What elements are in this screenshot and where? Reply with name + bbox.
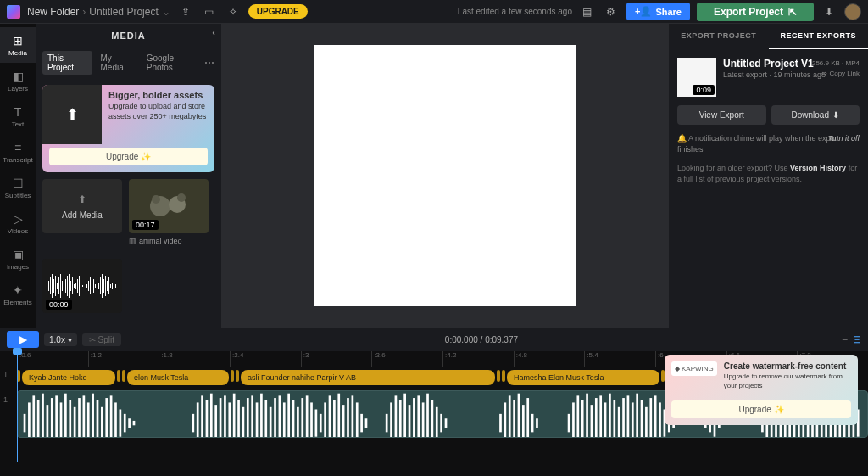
- svg-rect-29: [92, 276, 92, 296]
- media-item[interactable]: 00:17 ▥animal video: [129, 179, 209, 245]
- svg-rect-4: [47, 284, 47, 288]
- svg-rect-73: [214, 405, 217, 438]
- more-icon[interactable]: ⋯: [204, 57, 214, 69]
- clip-handle[interactable]: [122, 370, 125, 382]
- app-logo[interactable]: [7, 5, 20, 19]
- clip-handle[interactable]: [497, 370, 500, 382]
- upload-icon[interactable]: ⇪: [177, 3, 194, 20]
- svg-rect-8: [53, 279, 54, 293]
- svg-rect-92: [301, 398, 303, 438]
- svg-rect-59: [97, 400, 99, 438]
- svg-rect-84: [264, 400, 267, 438]
- comment-icon[interactable]: ▭: [201, 3, 218, 20]
- version-history-link[interactable]: Version History: [790, 164, 846, 172]
- subtitle-clip[interactable]: asli Founder nahihe Parpir V AB: [241, 370, 495, 385]
- svg-rect-125: [518, 394, 520, 438]
- svg-rect-7: [52, 274, 53, 298]
- subtitle-clip[interactable]: Hamesha Elon Musk Tesla: [507, 370, 659, 385]
- svg-rect-130: [568, 414, 570, 432]
- duration-badge: 00:09: [46, 300, 72, 310]
- subtitle-clip[interactable]: elon Musk Tesla: [127, 370, 229, 385]
- chevron-right-icon: ›: [82, 6, 86, 18]
- play-button[interactable]: ▶: [7, 331, 39, 348]
- zoom-out-icon[interactable]: −: [842, 333, 848, 345]
- export-thumbnail[interactable]: 0:09: [677, 58, 716, 97]
- svg-rect-27: [88, 281, 89, 291]
- playhead[interactable]: [17, 351, 18, 462]
- rail-item-subtitles[interactable]: ☐Subtitles: [0, 170, 36, 205]
- timeline-zoom-icon[interactable]: ⊟: [853, 333, 861, 345]
- rail-item-images[interactable]: ▣Images: [0, 241, 36, 277]
- media-tab-this-project[interactable]: This Project: [42, 51, 92, 75]
- rail-item-transcript[interactable]: ≡Transcript: [0, 134, 36, 170]
- clip-handle[interactable]: [231, 370, 234, 382]
- add-media-button[interactable]: ⬆ Add Media: [42, 179, 122, 245]
- rail-item-layers[interactable]: ◧Layers: [0, 63, 36, 98]
- svg-rect-86: [274, 398, 276, 438]
- svg-rect-25: [82, 285, 83, 287]
- media-item[interactable]: 00:09: [42, 252, 122, 313]
- svg-rect-136: [595, 398, 598, 438]
- bulb-icon[interactable]: ✧: [225, 3, 242, 20]
- tab-export-project[interactable]: EXPORT PROJECT: [669, 24, 769, 49]
- svg-rect-100: [337, 394, 340, 438]
- download-export-button[interactable]: Download⬇: [771, 105, 860, 125]
- text-icon: T: [11, 105, 25, 119]
- upgrade-pill[interactable]: UPGRADE: [248, 4, 308, 19]
- upload-icon: ⬆: [78, 193, 86, 205]
- media-panel: MEDIA ‹ This ProjectMy MediaGoogle Photo…: [36, 24, 222, 328]
- subtitle-clip[interactable]: Kyab Jante Hoke: [22, 370, 115, 385]
- avatar[interactable]: [844, 3, 861, 20]
- svg-rect-71: [206, 400, 209, 438]
- svg-point-2: [152, 195, 160, 204]
- chevron-down-icon[interactable]: ⌄: [162, 6, 170, 18]
- project-name[interactable]: Untitled Project: [89, 6, 158, 18]
- chat-icon[interactable]: ▤: [579, 3, 596, 20]
- svg-rect-60: [101, 407, 103, 438]
- svg-rect-56: [83, 395, 86, 438]
- ruler-mark: :4.8: [514, 351, 585, 367]
- media-tab-my-media[interactable]: My Media: [96, 51, 138, 75]
- timecode: 0:00.000 / 0:09.377: [126, 335, 837, 344]
- rail-item-text[interactable]: TText: [0, 98, 36, 134]
- tab-recent-exports[interactable]: RECENT EXPORTS: [769, 24, 869, 49]
- svg-rect-88: [283, 402, 286, 438]
- brand-icon: ◆: [675, 365, 680, 372]
- download-icon[interactable]: ⬇: [821, 3, 837, 20]
- svg-rect-102: [347, 398, 349, 438]
- ruler-mark: :3: [301, 351, 372, 367]
- svg-rect-82: [256, 402, 259, 438]
- breadcrumb-folder[interactable]: New Folder: [27, 6, 79, 18]
- promo-upgrade-button[interactable]: Upgrade ✨: [49, 148, 208, 165]
- share-button[interactable]: +👤Share: [626, 3, 690, 20]
- svg-rect-53: [69, 400, 71, 438]
- canvas[interactable]: [314, 45, 576, 306]
- media-tab-google-photos[interactable]: Google Photos: [142, 51, 201, 75]
- rail-item-videos[interactable]: ▷Videos: [0, 205, 36, 241]
- playback-speed-select[interactable]: 1.0x ▾: [44, 333, 77, 346]
- copy-link-button[interactable]: ⇔ Copy Link: [821, 70, 860, 77]
- export-project-button[interactable]: Export Project⇱: [697, 3, 814, 21]
- rail-item-media[interactable]: ⊞Media: [0, 27, 36, 63]
- svg-rect-124: [513, 400, 515, 438]
- clip-handle[interactable]: [502, 370, 505, 382]
- view-export-button[interactable]: View Export: [677, 105, 766, 125]
- svg-rect-62: [110, 395, 113, 438]
- split-button[interactable]: ✂ Split: [82, 333, 121, 346]
- svg-rect-120: [445, 418, 448, 428]
- settings-icon[interactable]: ⚙: [603, 3, 620, 20]
- svg-rect-138: [604, 402, 607, 438]
- koala-thumb-icon: [143, 189, 194, 223]
- turn-off-chime-button[interactable]: Turn it off: [828, 133, 860, 144]
- svg-rect-14: [64, 284, 64, 288]
- clip-handle[interactable]: [236, 370, 239, 382]
- svg-rect-135: [591, 405, 593, 438]
- svg-rect-33: [100, 277, 101, 294]
- svg-rect-12: [60, 274, 61, 298]
- promo-upgrade-button[interactable]: Upgrade ✨: [671, 400, 851, 418]
- clip-handle[interactable]: [117, 370, 120, 382]
- media-icon: ⊞: [11, 34, 25, 48]
- collapse-panel-icon[interactable]: ‹: [212, 27, 216, 37]
- svg-rect-147: [645, 407, 648, 438]
- rail-item-elements[interactable]: ✦Elements: [0, 277, 36, 312]
